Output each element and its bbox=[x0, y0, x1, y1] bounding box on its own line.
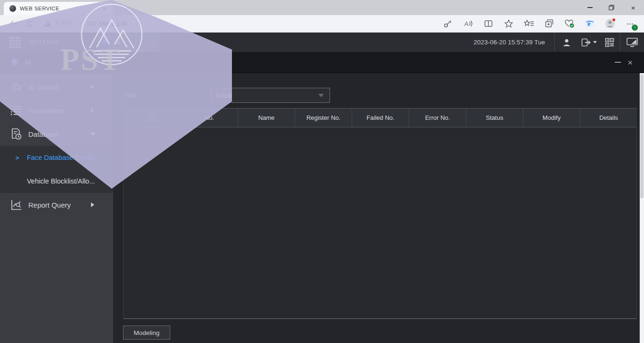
database-submenu: > Face Database Config Vehicle Blocklist… bbox=[0, 146, 113, 193]
sidebar-item-label: Report Query bbox=[28, 201, 71, 209]
report-query-icon bbox=[10, 199, 23, 211]
url-text[interactable]: 192.168.1.108 bbox=[86, 20, 127, 27]
sidebar-item-database[interactable]: Database bbox=[0, 122, 113, 146]
security-warning-label: 不安全 bbox=[54, 19, 73, 28]
profile-avatar[interactable] bbox=[605, 18, 615, 29]
restore-button[interactable] bbox=[601, 0, 622, 15]
app-body: AI Search Parameters Database > bbox=[0, 73, 644, 343]
sidebar: AI Search Parameters Database > bbox=[0, 73, 113, 343]
sidebar-item-label: Database bbox=[28, 130, 58, 138]
table-header-cell: Modify bbox=[523, 109, 580, 127]
ai-window-titlebar: AI × bbox=[0, 52, 644, 73]
minimize-button[interactable] bbox=[579, 0, 601, 15]
browser-tab-bar: WEB SERVICE × + × bbox=[0, 0, 644, 15]
table-header-cell-select bbox=[123, 109, 181, 127]
expand-right-icon bbox=[91, 202, 94, 207]
apps-grid-icon[interactable] bbox=[9, 37, 21, 48]
favorites-bar-icon[interactable] bbox=[524, 18, 534, 29]
selected-chevron-icon: > bbox=[16, 154, 22, 161]
table-body-empty bbox=[123, 127, 637, 319]
table-header-cell: Error No. bbox=[409, 109, 466, 127]
url-divider bbox=[79, 19, 80, 28]
user-icon[interactable] bbox=[555, 33, 578, 52]
expand-right-icon bbox=[91, 108, 94, 113]
expand-right-icon bbox=[91, 84, 94, 89]
ai-window-controls: × bbox=[615, 58, 633, 67]
ai-window-title: AI bbox=[25, 59, 31, 66]
type-label: Type bbox=[124, 92, 137, 99]
sidebar-item-parameters[interactable]: Parameters bbox=[0, 99, 113, 122]
modeling-button[interactable]: Modeling bbox=[123, 326, 170, 340]
submenu-item-vehicle-blocklist[interactable]: Vehicle Blocklist/Allo... bbox=[0, 169, 113, 193]
browser-tab-title: WEB SERVICE bbox=[20, 6, 100, 11]
ai-window-minimize-icon[interactable] bbox=[615, 62, 621, 63]
browser-tab[interactable]: WEB SERVICE × bbox=[4, 2, 113, 15]
ai-window-close-icon[interactable]: × bbox=[627, 58, 633, 67]
favorite-star-icon[interactable] bbox=[504, 18, 514, 29]
timestamp: 2023-06-20 15:57:39 Tue bbox=[473, 39, 545, 46]
browser-essentials-icon[interactable] bbox=[564, 18, 575, 29]
profile-notification-dot bbox=[612, 18, 616, 22]
collapse-down-icon bbox=[90, 133, 96, 136]
ai-search-icon bbox=[10, 81, 23, 93]
logout-icon[interactable] bbox=[578, 33, 599, 52]
site-favicon-icon bbox=[9, 5, 16, 12]
svg-text:A: A bbox=[464, 20, 469, 27]
new-tab-button[interactable]: + bbox=[121, 4, 133, 15]
table-header-cell: Name bbox=[238, 109, 295, 127]
app-header-right: 2023-06-20 15:57:39 Tue bbox=[473, 33, 644, 52]
table-header-cell: Register No. bbox=[295, 109, 352, 127]
table-header-cell: Details bbox=[580, 109, 637, 127]
warning-icon bbox=[44, 20, 51, 27]
table-header-cell: Failed No. bbox=[352, 109, 409, 127]
scrollbar-thumb[interactable] bbox=[640, 75, 644, 198]
table-header-row: No.NameRegister No.Failed No.Error No.St… bbox=[123, 108, 637, 127]
window-controls: × bbox=[579, 0, 644, 15]
fullscreen-monitor-icon[interactable] bbox=[620, 33, 644, 52]
refresh-icon[interactable] bbox=[25, 20, 33, 28]
submenu-item-face-database-config[interactable]: > Face Database Config bbox=[0, 146, 113, 169]
app-tab-label: AI bbox=[114, 39, 150, 46]
app-tab-close-icon[interactable]: × bbox=[150, 39, 154, 46]
page-scrollbar[interactable] bbox=[639, 73, 644, 343]
app-header: SETTING AI × 2023-06-20 15:57:39 Tue bbox=[0, 33, 644, 52]
browser-toolbar-icons: A e ··· bbox=[443, 18, 638, 29]
browser-address-bar: 不安全 192.168.1.108 A bbox=[0, 15, 644, 33]
database-icon bbox=[10, 128, 23, 140]
select-dropdown-icon bbox=[318, 94, 324, 97]
logout-dropdown-chevron[interactable] bbox=[593, 41, 597, 43]
table-header-cell: No. bbox=[181, 109, 238, 127]
type-select[interactable]: Local bbox=[210, 88, 330, 103]
select-all-checkbox[interactable] bbox=[149, 114, 156, 121]
close-button[interactable]: × bbox=[622, 0, 644, 15]
tab-close-icon[interactable]: × bbox=[100, 5, 109, 12]
globe-icon bbox=[102, 39, 109, 46]
browser-menu-icon[interactable]: ··· ↑ bbox=[625, 18, 636, 29]
sidebar-item-ai-search[interactable]: AI Search bbox=[0, 75, 113, 99]
password-key-icon[interactable] bbox=[443, 18, 453, 29]
submenu-item-label: Face Database Config bbox=[27, 154, 95, 161]
qr-code-icon[interactable] bbox=[599, 33, 620, 52]
type-select-value: Local bbox=[216, 92, 318, 99]
read-aloud-icon[interactable]: A bbox=[463, 18, 473, 29]
sidebar-item-label: Parameters bbox=[28, 107, 65, 115]
sidebar-item-report-query[interactable]: Report Query bbox=[0, 193, 113, 217]
setting-menu-label[interactable]: SETTING bbox=[29, 39, 59, 46]
main-content: Type Local No.NameRegister No.Failed No.… bbox=[113, 73, 644, 343]
parameters-icon bbox=[10, 105, 23, 116]
sidebar-item-label: AI Search bbox=[28, 83, 59, 91]
update-badge: ↑ bbox=[632, 25, 638, 31]
split-screen-icon[interactable] bbox=[483, 18, 494, 29]
ai-window-globe-icon bbox=[11, 59, 19, 66]
site-security[interactable]: 不安全 bbox=[44, 19, 73, 28]
ie-mode-icon[interactable]: e bbox=[585, 18, 595, 29]
face-database-table: No.NameRegister No.Failed No.Error No.St… bbox=[123, 108, 637, 319]
app-tab-ai[interactable]: AI × bbox=[97, 33, 159, 52]
submenu-item-label: Vehicle Blocklist/Allo... bbox=[27, 177, 95, 185]
table-header-cell: Status bbox=[466, 109, 523, 127]
collections-icon[interactable] bbox=[544, 18, 554, 29]
screen: WEB SERVICE × + × 不安全 192.168.1.108 bbox=[0, 0, 644, 343]
back-icon[interactable] bbox=[9, 20, 18, 27]
